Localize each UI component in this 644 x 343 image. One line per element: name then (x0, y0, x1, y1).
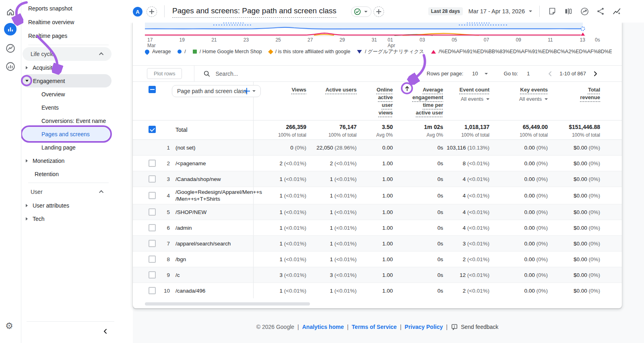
send-feedback-button[interactable]: Send feedback (451, 323, 498, 331)
column-header-label[interactable]: Event count (460, 86, 489, 94)
add-report-button[interactable] (147, 6, 157, 17)
metric-value: 0s (438, 241, 443, 247)
sidebar-item-landing-page[interactable]: Landing page (21, 141, 114, 154)
row-number: 4 (161, 193, 173, 199)
sidebar-item-user[interactable]: User (23, 185, 111, 199)
row-checkbox[interactable] (149, 256, 156, 263)
sidebar-item-reports-snapshot[interactable]: Reports snapshot (21, 2, 114, 15)
sidebar-item-realtime-pages[interactable]: Realtime pages (21, 29, 114, 43)
row-select-cell (145, 192, 161, 199)
column-header-online_views: Online active user views (358, 82, 394, 120)
row-checkbox[interactable] (149, 224, 156, 231)
sidebar-item-pages-and-screens[interactable]: Pages and screens (23, 127, 110, 141)
date-range-picker[interactable]: Mar 17 - Apr 13, 2026 (469, 8, 532, 15)
metric-percent: (0%) (535, 209, 548, 215)
rows-per-page-select[interactable]: 10 (472, 71, 487, 77)
add-dimension-icon[interactable] (242, 87, 251, 96)
advertising-icon[interactable] (4, 60, 17, 73)
comparison-icon[interactable] (563, 6, 574, 17)
row-checkbox[interactable] (149, 240, 156, 247)
sidebar-item-realtime-overview[interactable]: Realtime overview (21, 15, 114, 29)
sort-ascending-icon[interactable] (403, 85, 411, 92)
table-row-grid: 2/<pagename2 (<0.01%)2 (<0.01%)1.000s8 (… (145, 156, 602, 171)
total-checkbox[interactable] (149, 126, 156, 133)
sidebar-item-label: Acquisition (33, 64, 60, 71)
column-header-label[interactable]: Total revenue (580, 86, 600, 101)
column-filter-event_count[interactable]: All events (461, 96, 489, 102)
sidebar-item-tech[interactable]: Tech (21, 212, 114, 225)
column-header-label[interactable]: Average engagement time per active user (412, 86, 443, 116)
sidebar-item-overview[interactable]: Overview (21, 87, 114, 101)
sidebar-item-life-cycle[interactable]: Life cycle (23, 47, 111, 61)
report-title[interactable]: Pages and screens: Page path and screen … (172, 6, 336, 18)
sidebar-item-conversions-event-name[interactable]: Conversions: Event name (21, 114, 114, 127)
cell-event_count: 12 (<0.01%) (445, 272, 491, 278)
footer-link-analytics-home[interactable]: Analytics home (302, 324, 344, 330)
next-page-icon[interactable] (591, 69, 600, 78)
search-input[interactable] (215, 71, 336, 77)
chevron-down-icon (486, 98, 489, 100)
sidebar-item-monetization[interactable]: Monetization (21, 154, 114, 167)
insights-icon[interactable] (579, 6, 590, 17)
settings-gear-icon[interactable]: ⚙ (5, 322, 13, 331)
x-tick-label: 31 (372, 37, 377, 43)
horizontal-scrollbar[interactable] (145, 302, 310, 306)
table-body: 1(not set)0 (0%)22,050 (28.96%)0.000s103… (133, 140, 622, 298)
sidebar-item-acquisition[interactable]: Acquisition (21, 61, 114, 74)
x-tick-label: 23 (244, 37, 249, 43)
notes-icon[interactable] (547, 6, 557, 17)
cell-revenue: $0.00 (0%) (549, 225, 602, 231)
cell-views: 1 (<0.01%) (254, 193, 308, 199)
legend-label: /%ED%AF%91%ED%BB%83%ED%AF%91%ED%BC%A2%ED… (439, 49, 612, 54)
sidebar-item-label: Reports snapshot (28, 5, 72, 12)
legend-item-4: / グーグルアナリティクス (357, 48, 424, 55)
sidebar-item-events[interactable]: Events (21, 101, 114, 114)
add-tab-button[interactable] (374, 6, 384, 17)
go-to-input[interactable]: 1 (527, 71, 530, 77)
column-header-label[interactable]: Online active user views (377, 86, 393, 116)
home-icon[interactable] (4, 6, 17, 19)
explore-icon[interactable] (4, 42, 17, 55)
avatar[interactable]: A (133, 7, 142, 17)
report-status-pill[interactable] (351, 6, 372, 17)
cell-event_count: 4 (<0.01%) (445, 225, 491, 231)
row-checkbox[interactable] (149, 192, 156, 199)
sidebar-item-engagement[interactable]: Engagement (22, 74, 111, 87)
footer-link-privacy-policy[interactable]: Privacy Policy (405, 324, 443, 330)
previous-page-icon[interactable] (546, 69, 555, 78)
pagination-range: 1-10 of 867 (559, 71, 586, 77)
reports-icon[interactable] (4, 23, 17, 35)
row-checkbox[interactable] (149, 160, 156, 167)
column-header-label[interactable]: Active users (326, 86, 357, 94)
column-filter-key_events[interactable]: All events (519, 96, 548, 102)
row-select-cell (145, 256, 161, 263)
sparkline-insights-icon[interactable] (611, 6, 622, 17)
column-header-label[interactable]: Key events (520, 86, 548, 94)
row-checkbox[interactable] (149, 287, 156, 294)
plot-rows-button[interactable]: Plot rows (147, 68, 182, 79)
metric-value: 1.00 (382, 209, 393, 215)
cell-revenue: $0.00 (0%) (549, 256, 602, 262)
metric-value: 4 (463, 225, 466, 231)
footer-link-terms-of-service[interactable]: Terms of Service (352, 324, 397, 330)
page-path-cell: /apparel/search/search (173, 236, 254, 251)
table-row-grid: 8/bgn1 (<0.01%)1 (<0.01%)1.000s2 (<0.01%… (145, 252, 602, 267)
row-checkbox[interactable] (149, 175, 156, 183)
metric-value: 22,050 (316, 145, 333, 151)
select-all-checkbox[interactable] (149, 86, 156, 93)
x-tick-label: 05 (452, 37, 457, 43)
sidebar-item-retention[interactable]: Retention (21, 167, 114, 181)
metric-value: 1 (280, 225, 283, 231)
row-checkbox[interactable] (149, 208, 156, 216)
timeseries-chart[interactable] (145, 23, 586, 36)
table-row-grid: 5/SHOP/NEW1 (<0.01%)1 (<0.01%)1.000s4 (<… (145, 204, 602, 220)
collapse-sidebar-icon[interactable] (102, 328, 109, 335)
orange-series-line (314, 35, 334, 35)
cell-online_views: 0.00 (358, 145, 394, 151)
row-checkbox[interactable] (149, 271, 156, 279)
sidebar-item-user-attributes[interactable]: User attributes (21, 199, 114, 212)
column-header-label[interactable]: Views (291, 86, 306, 94)
go-to-label: Go to: (504, 71, 518, 77)
page-path-cell: /canada/496 (173, 283, 254, 298)
share-icon[interactable] (595, 6, 606, 17)
